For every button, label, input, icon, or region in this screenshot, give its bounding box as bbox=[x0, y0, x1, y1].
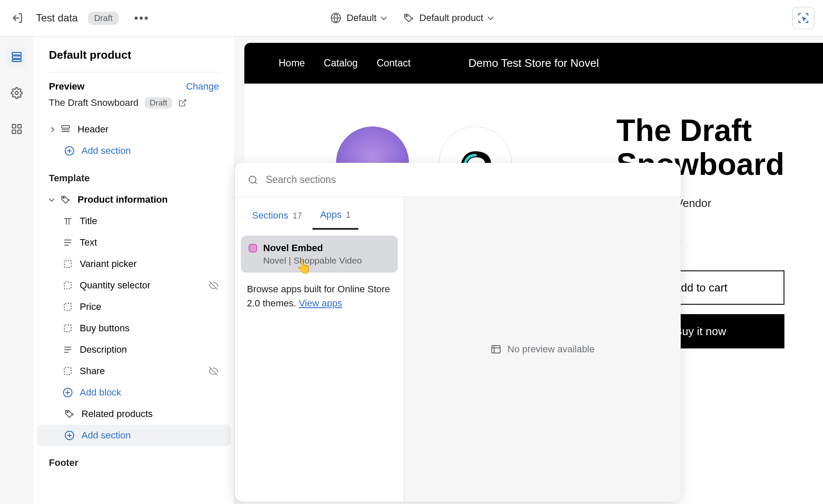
plus-circle-icon bbox=[63, 387, 73, 398]
add-block[interactable]: Add block bbox=[37, 382, 231, 403]
svg-point-5 bbox=[15, 92, 18, 95]
tabs: Sections 17 Apps 1 bbox=[235, 197, 404, 230]
app-badge-icon bbox=[249, 244, 257, 252]
plus-circle-icon bbox=[64, 146, 75, 156]
preview-product-name: The Draft Snowboard bbox=[49, 97, 138, 108]
tag-icon bbox=[60, 195, 71, 205]
browse-text: Browse apps built for Online Store 2.0 t… bbox=[235, 273, 404, 320]
back-button[interactable] bbox=[9, 9, 26, 27]
nav-home[interactable]: Home bbox=[279, 57, 305, 69]
preview-label: Preview bbox=[49, 81, 84, 92]
block-buy[interactable]: Buy buttons bbox=[37, 318, 231, 339]
block-variant[interactable]: Variant picker bbox=[37, 253, 231, 275]
tag-icon bbox=[403, 12, 414, 24]
popover-preview: No preview available bbox=[404, 197, 681, 501]
block-text[interactable]: Text bbox=[37, 232, 231, 253]
rail-settings-icon[interactable] bbox=[6, 83, 27, 103]
tab-sections-label: Sections bbox=[252, 210, 288, 221]
sidebar: Default product Preview Change The Draft… bbox=[33, 36, 235, 504]
block-title[interactable]: Title bbox=[37, 210, 231, 232]
add-section-popover: Sections 17 Apps 1 Novel Embed Novel | S… bbox=[235, 163, 681, 501]
popover-left: Sections 17 Apps 1 Novel Embed Novel | S… bbox=[235, 197, 404, 501]
app-item-name: Novel Embed bbox=[263, 243, 323, 254]
svg-rect-7 bbox=[18, 125, 21, 128]
quantity-icon bbox=[63, 280, 73, 291]
template-selector[interactable]: Default bbox=[330, 12, 386, 24]
inspector-icon bbox=[797, 12, 809, 24]
price-icon bbox=[63, 302, 73, 312]
change-link[interactable]: Change bbox=[186, 81, 219, 92]
sections-icon bbox=[11, 51, 23, 63]
app-item-novel-embed[interactable]: Novel Embed Novel | Shoppable Video bbox=[241, 236, 398, 273]
svg-rect-6 bbox=[12, 125, 16, 128]
rail-apps-icon[interactable] bbox=[6, 119, 27, 139]
svg-rect-3 bbox=[12, 56, 21, 59]
share-icon bbox=[63, 366, 73, 376]
svg-point-31 bbox=[67, 411, 68, 413]
header-icon bbox=[60, 124, 71, 135]
globe-icon bbox=[330, 12, 342, 24]
topbar-right bbox=[792, 7, 814, 29]
add-section-template-label: Add section bbox=[81, 430, 131, 441]
add-block-label: Add block bbox=[80, 387, 121, 398]
draft-badge: Draft bbox=[88, 12, 118, 25]
svg-rect-27 bbox=[64, 368, 71, 375]
block-text-label: Text bbox=[80, 237, 97, 248]
block-quantity[interactable]: Quantity selector bbox=[37, 275, 231, 296]
add-section-label: Add section bbox=[81, 145, 131, 156]
preview-product: The Draft Snowboard Draft bbox=[33, 95, 234, 119]
buy-now-label: Buy it now bbox=[675, 325, 726, 338]
description-icon bbox=[63, 345, 73, 355]
product-info-label: Product information bbox=[78, 194, 168, 205]
product-info-row[interactable]: Product information bbox=[37, 189, 231, 210]
tab-sections[interactable]: Sections 17 bbox=[244, 205, 310, 230]
top-bar: Test data Draft ••• Default Default prod… bbox=[0, 0, 823, 36]
hidden-icon bbox=[209, 281, 218, 290]
product-selector[interactable]: Default product bbox=[403, 12, 493, 24]
tab-apps[interactable]: Apps 1 bbox=[312, 205, 358, 230]
app-item-sub: Novel | Shoppable Video bbox=[263, 255, 390, 266]
product-selector-label: Default product bbox=[419, 12, 483, 24]
plus-circle-icon bbox=[64, 430, 75, 441]
no-preview-label: No preview available bbox=[508, 344, 595, 355]
view-apps-link[interactable]: View apps bbox=[299, 298, 342, 309]
add-section-header[interactable]: Add section bbox=[37, 140, 231, 162]
nav-contact[interactable]: Contact bbox=[377, 57, 411, 69]
svg-point-1 bbox=[406, 15, 407, 17]
search-input[interactable] bbox=[266, 174, 668, 186]
chevron-down-icon bbox=[487, 14, 493, 20]
tab-apps-label: Apps bbox=[320, 209, 342, 220]
store-name: Demo Test Store for Novel bbox=[469, 57, 599, 70]
external-link-icon[interactable] bbox=[178, 99, 187, 107]
more-menu-button[interactable]: ••• bbox=[129, 11, 154, 25]
rail-sections-icon[interactable] bbox=[6, 47, 27, 67]
chevron-down-icon bbox=[381, 14, 387, 20]
related-products-row[interactable]: Related products bbox=[37, 403, 231, 425]
exit-icon bbox=[11, 12, 24, 24]
block-variant-label: Variant picker bbox=[80, 258, 137, 270]
search-icon bbox=[248, 175, 258, 185]
block-share[interactable]: Share bbox=[37, 360, 231, 382]
related-products-label: Related products bbox=[81, 408, 153, 420]
block-description[interactable]: Description bbox=[37, 339, 231, 360]
nav-catalog[interactable]: Catalog bbox=[324, 57, 357, 69]
gear-icon bbox=[11, 87, 23, 99]
block-buy-label: Buy buttons bbox=[80, 323, 129, 334]
block-quantity-label: Quantity selector bbox=[80, 280, 150, 291]
header-section-row[interactable]: Header bbox=[37, 119, 231, 140]
inspector-button[interactable] bbox=[792, 7, 814, 29]
template-selector-label: Default bbox=[347, 12, 377, 24]
block-price[interactable]: Price bbox=[37, 296, 231, 318]
add-section-template[interactable]: Add section bbox=[37, 425, 231, 446]
block-price-label: Price bbox=[80, 301, 101, 312]
svg-rect-22 bbox=[64, 303, 71, 310]
svg-point-16 bbox=[63, 197, 64, 198]
apps-icon bbox=[11, 123, 23, 135]
text-icon bbox=[63, 237, 73, 248]
header-section-label: Header bbox=[78, 124, 108, 135]
tab-apps-count: 1 bbox=[346, 210, 351, 220]
svg-line-36 bbox=[255, 182, 257, 184]
template-label: Template bbox=[33, 162, 234, 189]
svg-rect-37 bbox=[492, 345, 500, 353]
footer-label: Footer bbox=[33, 446, 234, 474]
